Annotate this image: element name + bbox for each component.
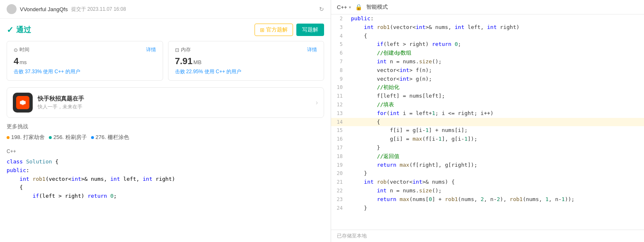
- save-status: 已存储至本地: [337, 233, 367, 239]
- refresh-icon[interactable]: ↻: [319, 6, 324, 12]
- dot-icon-1: [49, 136, 52, 139]
- line-content: //填表: [348, 101, 644, 109]
- editor-table: 2 public: 3 int rob1(vector<int>& nums, …: [331, 14, 644, 212]
- challenge-text-0: 198. 打家劫舍: [11, 134, 45, 141]
- write-solution-button[interactable]: 写题解: [296, 24, 324, 36]
- challenge-tag-0[interactable]: 198. 打家劫舍: [7, 134, 45, 141]
- header-left: VVonderful JangQfs 提交于 2023.11.07 16:08: [7, 4, 126, 14]
- check-icon: ✓: [7, 25, 14, 35]
- line-number: 10: [331, 83, 348, 92]
- line-content: return max(f[right], g[right]);: [348, 161, 644, 170]
- table-row: 11 f[left] = nums[left];: [331, 92, 644, 101]
- table-row: 13 for(int i = left+1; i <= right; i++): [331, 109, 644, 118]
- line-content: g[i] = max(f[i-1], g[i-1]);: [348, 135, 644, 144]
- code-line-2: public:: [7, 166, 324, 175]
- status-bar: ✓ 通过 ⊞ 官方题解 写题解: [0, 19, 331, 41]
- line-number: 14: [331, 118, 348, 127]
- username: VVonderful JangQfs: [20, 6, 68, 12]
- table-row: 15 f[i] = g[i-1] + nums[i];: [331, 126, 644, 135]
- ad-title: 快手秋招真题在手: [38, 95, 84, 103]
- line-number: 3: [331, 23, 348, 32]
- lang-name: C++: [337, 4, 347, 10]
- line-number: 19: [331, 161, 348, 170]
- table-row: 3 int rob1(vector<int>& nums, int left, …: [331, 23, 644, 32]
- table-row: 12 //填表: [331, 101, 644, 109]
- challenge-tags: 198. 打家劫舍 256. 粉刷房子 276. 栅栏涂色: [7, 134, 324, 141]
- table-row: 5 if(left > right) return 0;: [331, 40, 644, 49]
- mem-value: 7.91MB: [175, 56, 317, 67]
- line-number: 13: [331, 109, 348, 118]
- clock-icon: ⊙: [14, 47, 18, 53]
- lang-selector[interactable]: C++ ▾: [337, 4, 351, 10]
- code-line-5: if(left > right) return 0;: [7, 192, 324, 201]
- challenge-tag-1[interactable]: 256. 粉刷房子: [49, 134, 87, 141]
- lock-icon: 🔒: [355, 4, 362, 10]
- line-content: vector<int> f(n);: [348, 66, 644, 75]
- line-content: f[i] = g[i-1] + nums[i];: [348, 126, 644, 135]
- line-content: int rob(vector<int>& nums) {: [348, 178, 644, 187]
- chevron-down-icon: ▾: [349, 5, 351, 10]
- table-row: 21 int rob(vector<int>& nums) {: [331, 178, 644, 187]
- code-editor[interactable]: 2 public: 3 int rob1(vector<int>& nums, …: [331, 14, 644, 230]
- line-number: 21: [331, 178, 348, 187]
- challenge-tag-2[interactable]: 276. 栅栏涂色: [91, 134, 129, 141]
- line-content: {: [348, 118, 644, 127]
- line-number: 9: [331, 75, 348, 84]
- line-content: for(int i = left+1; i <= right; i++): [348, 109, 644, 118]
- line-number: 11: [331, 92, 348, 101]
- challenge-text-2: 276. 栅栏涂色: [96, 134, 129, 141]
- left-panel: VVonderful JangQfs 提交于 2023.11.07 16:08 …: [0, 0, 331, 242]
- time-detail-link[interactable]: 详情: [146, 46, 156, 53]
- line-number: 6: [331, 49, 348, 58]
- line-number: 8: [331, 66, 348, 75]
- table-row: 22 int n = nums.size();: [331, 187, 644, 195]
- table-row: 2 public:: [331, 14, 644, 23]
- table-row: 17 }: [331, 144, 644, 152]
- mem-detail-link[interactable]: 详情: [307, 46, 317, 53]
- line-content: vector<int> g(n);: [348, 75, 644, 84]
- line-number: 12: [331, 101, 348, 109]
- table-row: 18 //返回值: [331, 152, 644, 161]
- line-number: 18: [331, 152, 348, 161]
- code-lang-label: C++: [7, 149, 324, 154]
- more-challenges-label: 更多挑战: [7, 123, 324, 130]
- time-beat: 击败 37.33% 使用 C++ 的用户: [14, 68, 156, 75]
- line-content: return max(nums[0] + rob1(nums, 2, n-2),…: [348, 195, 644, 204]
- line-number: 2: [331, 14, 348, 23]
- submit-time: 提交于 2023.11.07 16:08: [71, 6, 126, 13]
- ad-subtitle: 快人一手，未来在手: [38, 103, 84, 110]
- mem-beat: 击败 22.95% 使用 C++ 的用户: [175, 68, 317, 75]
- line-number: 16: [331, 135, 348, 144]
- dot-icon-2: [91, 136, 94, 139]
- line-content: }: [348, 144, 644, 152]
- table-row: 9 vector<int> g(n);: [331, 75, 644, 84]
- action-buttons: ⊞ 官方题解 写题解: [255, 24, 324, 36]
- line-content: int n = nums.size();: [348, 187, 644, 195]
- smart-mode-label: 智能模式: [366, 3, 388, 11]
- time-stat-card: ⊙ 时间 详情 4ms 击败 37.33% 使用 C++ 的用户: [7, 41, 163, 81]
- ad-banner[interactable]: 快手秋招真题在手 快人一手，未来在手 ›: [7, 87, 324, 118]
- dot-icon-0: [7, 136, 10, 139]
- table-row: 16 g[i] = max(f[i-1], g[i-1]);: [331, 135, 644, 144]
- right-panel: C++ ▾ 🔒 智能模式 2 public: 3 int rob1(vector…: [331, 0, 644, 242]
- code-line-3: int rob1(vector<int>& nums, int left, in…: [7, 175, 324, 184]
- code-line-4: {: [7, 183, 324, 192]
- challenge-text-1: 256. 粉刷房子: [53, 134, 87, 141]
- official-solution-button[interactable]: ⊞ 官方题解: [255, 24, 293, 36]
- line-content: }: [348, 169, 644, 178]
- table-row: 20 }: [331, 169, 644, 178]
- line-content: int rob1(vector<int>& nums, int left, in…: [348, 23, 644, 32]
- submission-header: VVonderful JangQfs 提交于 2023.11.07 16:08 …: [0, 0, 331, 19]
- code-section: C++ class Solution { public: int rob1(ve…: [0, 145, 331, 202]
- line-number: 24: [331, 204, 348, 213]
- table-row: 7 int n = nums.size();: [331, 58, 644, 66]
- line-number: 4: [331, 32, 348, 41]
- status-text: 通过: [16, 25, 31, 35]
- mem-icon: ⊡: [175, 47, 179, 53]
- line-number: 5: [331, 40, 348, 49]
- code-block: class Solution { public: int rob1(vector…: [7, 158, 324, 201]
- ad-logo-svg: [19, 98, 27, 107]
- line-number: 20: [331, 169, 348, 178]
- svg-rect-1: [22, 100, 24, 105]
- line-content: f[left] = nums[left];: [348, 92, 644, 101]
